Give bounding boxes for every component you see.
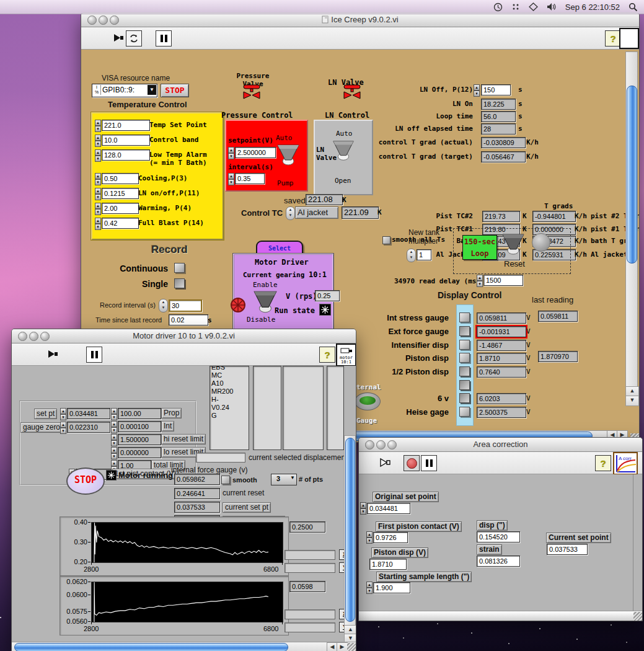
close-button[interactable] bbox=[87, 16, 97, 25]
temp-row-spinner[interactable]: ▲▼ bbox=[95, 203, 101, 214]
pid-value[interactable]: 0.000000 bbox=[118, 447, 161, 458]
list-column-2[interactable] bbox=[253, 366, 281, 450]
pid-value[interactable]: 0.000100 bbox=[118, 421, 161, 432]
minimize-button[interactable] bbox=[99, 16, 108, 25]
loop-150s-button[interactable]: 150-secLoop bbox=[462, 235, 497, 260]
abort-button[interactable] bbox=[404, 455, 420, 471]
motor-vscroll-thumb[interactable] bbox=[345, 438, 355, 622]
new-tank-spinner[interactable]: ▲▼ bbox=[407, 249, 416, 262]
ice-creep-titlebar[interactable]: Ice Creep v9.0.2.vi bbox=[81, 13, 639, 27]
pid-value[interactable]: 100.00 bbox=[118, 408, 161, 419]
main-stop-button[interactable]: STOP bbox=[161, 84, 189, 97]
zoom-button[interactable] bbox=[387, 440, 397, 450]
setpoint-field[interactable]: 2.500000 bbox=[235, 147, 276, 158]
list-column-4[interactable] bbox=[327, 366, 344, 450]
pid-spinner[interactable]: ▲▼ bbox=[111, 434, 117, 445]
pid-spinner[interactable]: ▲▼ bbox=[111, 447, 117, 458]
pause-button[interactable] bbox=[156, 30, 172, 46]
disp-x-field[interactable] bbox=[285, 609, 335, 619]
temp-row-spinner[interactable]: ▲▼ bbox=[95, 149, 101, 161]
close-button[interactable] bbox=[18, 332, 27, 341]
list-item[interactable]: V0.24 bbox=[210, 404, 249, 412]
spotlight-icon[interactable] bbox=[629, 2, 638, 12]
zoom-button[interactable] bbox=[110, 16, 119, 25]
display-toggle[interactable] bbox=[459, 353, 470, 363]
temp-row-spinner[interactable]: ▲▼ bbox=[95, 188, 101, 199]
pid-spinner[interactable]: ▲▼ bbox=[111, 421, 117, 432]
vi-icon-area[interactable]: A corr bbox=[613, 452, 638, 475]
pause-button[interactable] bbox=[421, 455, 437, 471]
temp-row-field[interactable]: 221.0 bbox=[102, 120, 150, 131]
sample-length-field[interactable]: 1.900 bbox=[373, 582, 410, 593]
temp-row-field[interactable]: 10.0 bbox=[102, 135, 150, 146]
motor-hscroll-thumb[interactable] bbox=[14, 643, 288, 651]
dropbox-icon[interactable] bbox=[529, 2, 538, 11]
list-item[interactable]: H- bbox=[210, 396, 249, 404]
visa-dropdown-arrow-icon[interactable]: ▼ bbox=[148, 85, 156, 95]
timing-spinner[interactable]: ▲▼ bbox=[474, 84, 480, 95]
vi-icon-box[interactable] bbox=[619, 28, 639, 49]
run-state-icon[interactable] bbox=[319, 304, 331, 316]
close-button[interactable] bbox=[365, 440, 374, 450]
temp-row-field[interactable]: 0.50 bbox=[102, 173, 139, 184]
display-toggle[interactable] bbox=[459, 312, 470, 322]
sample-length-spinner[interactable]: ▲▼ bbox=[366, 582, 373, 593]
vi-icon-motor[interactable]: motor10:1 bbox=[336, 343, 356, 366]
disp-y-field[interactable] bbox=[285, 622, 335, 632]
display-toggle[interactable] bbox=[459, 393, 470, 403]
setpoint-spinner[interactable]: ▲▼ bbox=[228, 147, 234, 158]
read-delay-field[interactable]: 1500 bbox=[483, 275, 523, 286]
minimize-button[interactable] bbox=[29, 332, 38, 341]
temp-row-spinner[interactable]: ▲▼ bbox=[95, 173, 101, 184]
pid-spinner[interactable]: ▲▼ bbox=[111, 408, 117, 419]
original-setpoint-field[interactable]: 0.034481 bbox=[367, 503, 410, 514]
list-item[interactable]: MC bbox=[210, 371, 249, 379]
continuous-toggle[interactable] bbox=[174, 263, 185, 273]
motor-titlebar[interactable]: Motor driver 10 to 1 v9.0.2.vi bbox=[12, 329, 356, 343]
motor-stop-button[interactable]: STOP bbox=[66, 467, 105, 495]
interval-field[interactable]: 0.35 bbox=[235, 173, 265, 184]
original-setpoint-spinner[interactable]: ▲▼ bbox=[360, 502, 366, 513]
display-toggle[interactable] bbox=[459, 340, 470, 350]
help-button[interactable]: ? bbox=[319, 347, 335, 363]
menu-clock[interactable]: Sep 6 22:10:52 bbox=[565, 2, 620, 12]
loop-knob[interactable] bbox=[500, 231, 526, 257]
display-toggle[interactable] bbox=[459, 366, 470, 376]
temp-row-spinner[interactable]: ▲▼ bbox=[95, 120, 101, 131]
spaces-icon[interactable] bbox=[511, 2, 520, 11]
motor-running-icon[interactable] bbox=[106, 470, 117, 480]
control-tc-value[interactable]: Al jacket bbox=[295, 206, 338, 219]
main-vscroll-down[interactable]: ▼ bbox=[625, 396, 639, 406]
reset-led[interactable] bbox=[532, 233, 550, 252]
run-icon[interactable] bbox=[379, 456, 391, 471]
pts-dropdown[interactable]: 3 ▼ bbox=[271, 474, 297, 485]
single-toggle[interactable] bbox=[174, 278, 185, 288]
help-button[interactable]: ? bbox=[595, 455, 611, 471]
temp-row-field[interactable]: 0.1215 bbox=[102, 188, 139, 199]
motor-resize-grip[interactable] bbox=[347, 643, 356, 651]
zoom-button[interactable] bbox=[40, 332, 50, 341]
gauge-zero-spinner[interactable]: ▲▼ bbox=[60, 422, 66, 433]
list-item[interactable]: G bbox=[210, 412, 249, 420]
record-interval-spinner[interactable]: ▲▼ bbox=[159, 299, 168, 312]
pause-button[interactable] bbox=[86, 347, 102, 363]
temp-row-spinner[interactable]: ▲▼ bbox=[95, 218, 101, 229]
read-delay-spinner[interactable]: ▲▼ bbox=[477, 275, 483, 286]
first-contact-field[interactable]: 0.9726 bbox=[373, 532, 408, 543]
visa-resource-combo[interactable]: I% GPIB0::9: ▼ bbox=[92, 84, 157, 97]
smooth-toggle[interactable] bbox=[221, 476, 230, 484]
list-item[interactable]: A10 bbox=[210, 379, 249, 388]
time-machine-icon[interactable] bbox=[493, 2, 503, 12]
area-titlebar[interactable]: Area correction bbox=[359, 438, 642, 452]
display-toggle[interactable] bbox=[459, 380, 470, 390]
force-x-field[interactable] bbox=[285, 550, 335, 560]
list-item[interactable]: MR200 bbox=[210, 388, 249, 396]
minimize-button[interactable] bbox=[376, 440, 386, 450]
motor-hscroll-right[interactable]: ▶ bbox=[337, 642, 348, 651]
display-toggle[interactable] bbox=[459, 326, 470, 336]
temp-row-spinner[interactable]: ▲▼ bbox=[95, 135, 101, 146]
interval-spinner[interactable]: ▲▼ bbox=[228, 173, 234, 184]
run-icon[interactable] bbox=[112, 32, 125, 46]
disp-chart[interactable]: 0.06200.06000.05750.056028006800 bbox=[60, 576, 289, 636]
temp-row-field[interactable]: 2.00 bbox=[102, 203, 139, 214]
